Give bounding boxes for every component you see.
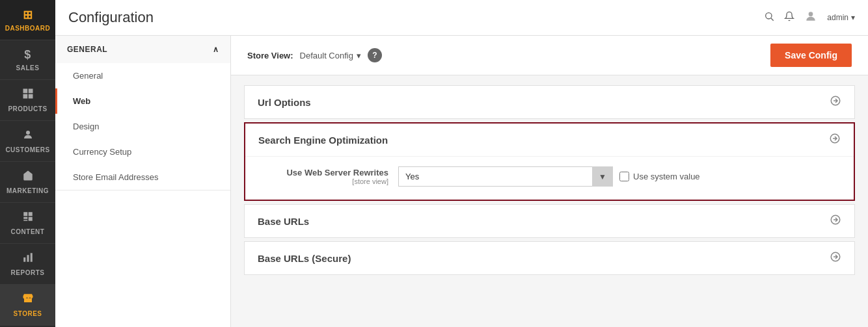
content-icon — [22, 211, 34, 226]
sidebar-item-reports[interactable]: REPORTS — [0, 244, 55, 285]
store-view-label: Store View: — [247, 51, 293, 60]
sidebar-label-products: PRODUCTS — [8, 105, 47, 112]
sidebar-label-dashboard: DASHBOARD — [5, 25, 51, 32]
seo-content: Use Web Server Rewrites [store view] Yes… — [245, 156, 854, 200]
svg-line-15 — [771, 18, 774, 21]
page-header: Configuration admin ▾ — [55, 0, 868, 36]
sidebar-item-marketing[interactable]: MARKETING — [0, 162, 55, 203]
notification-bell-icon[interactable] — [784, 11, 794, 24]
sidebar-item-content[interactable]: CONTENT — [0, 203, 55, 244]
secondary-sidebar: GENERAL ∧ General Web Design Currency Se… — [55, 36, 231, 327]
reports-icon — [22, 252, 34, 267]
save-config-button[interactable]: Save Config — [770, 44, 852, 67]
store-view-arrow: ▾ — [357, 51, 361, 60]
base-urls-title: Base URLs — [258, 216, 309, 227]
search-icon[interactable] — [764, 11, 774, 24]
seo-section: Search Engine Optimization Use Web Serve… — [244, 122, 855, 201]
user-dropdown-arrow: ▾ — [851, 13, 855, 22]
main-sidebar: ⊞ DASHBOARD $ SALES PRODUCTS CUSTOMERS M… — [0, 0, 55, 327]
avatar-icon — [804, 10, 817, 25]
base-urls-toggle-icon — [830, 214, 841, 228]
sidebar-item-web[interactable]: Web — [55, 88, 230, 114]
sidebar-item-currency-setup[interactable]: Currency Setup — [55, 139, 230, 164]
store-view-bar: Store View: Default Config ▾ ? Save Conf… — [231, 36, 868, 75]
svg-rect-10 — [23, 257, 25, 262]
svg-rect-13 — [26, 300, 29, 303]
web-server-rewrites-select[interactable]: Yes No — [398, 166, 613, 187]
base-urls-secure-title: Base URLs (Secure) — [258, 253, 351, 264]
sidebar-item-products[interactable]: PRODUCTS — [0, 80, 55, 121]
help-icon[interactable]: ? — [368, 48, 382, 62]
sidebar-item-store-email[interactable]: Store Email Addresses — [55, 164, 230, 190]
svg-point-16 — [809, 12, 813, 16]
svg-rect-1 — [28, 89, 33, 94]
svg-point-4 — [26, 131, 30, 135]
content-area: GENERAL ∧ General Web Design Currency Se… — [55, 36, 868, 327]
products-icon — [22, 88, 34, 103]
base-urls-secure-section: Base URLs (Secure) — [244, 241, 855, 275]
store-view-select[interactable]: Default Config ▾ — [300, 51, 361, 60]
config-sections: Url Options Search Engine Optimization — [231, 75, 868, 288]
svg-rect-2 — [23, 94, 27, 99]
sales-icon: $ — [24, 48, 31, 62]
page-content: Store View: Default Config ▾ ? Save Conf… — [231, 36, 868, 327]
sidebar-label-reports: REPORTS — [11, 269, 45, 276]
sidebar-item-stores[interactable]: STORES — [0, 285, 55, 326]
base-urls-secure-toggle-icon — [830, 251, 841, 265]
sidebar-group-general: GENERAL ∧ General Web Design Currency Se… — [55, 36, 230, 190]
svg-point-14 — [766, 13, 772, 19]
sidebar-label-customers: CUSTOMERS — [5, 146, 49, 153]
svg-rect-7 — [23, 217, 27, 219]
svg-rect-0 — [23, 89, 27, 94]
use-system-value-label: Use system value — [619, 172, 700, 181]
svg-rect-6 — [28, 212, 32, 216]
marketing-icon — [22, 170, 34, 185]
svg-rect-12 — [30, 253, 32, 262]
sidebar-label-stores: STORES — [14, 310, 42, 317]
page-title: Configuration — [68, 9, 154, 26]
use-system-value-checkbox[interactable] — [619, 172, 629, 181]
sidebar-group-general-header[interactable]: GENERAL ∧ — [55, 36, 230, 63]
field-control: Yes No ▼ Use system value — [398, 166, 700, 187]
url-options-title: Url Options — [258, 97, 311, 108]
stores-icon — [22, 293, 34, 307]
sidebar-label-marketing: MARKETING — [7, 187, 49, 194]
store-view-left: Store View: Default Config ▾ ? — [247, 48, 382, 62]
sidebar-label-sales: SALES — [16, 64, 40, 72]
sidebar-group-general-label: GENERAL — [67, 45, 107, 54]
url-options-section: Url Options — [244, 85, 855, 119]
sidebar-item-customers[interactable]: CUSTOMERS — [0, 121, 55, 162]
sidebar-item-design[interactable]: Design — [55, 114, 230, 139]
user-label: admin — [827, 13, 848, 22]
web-server-rewrites-sublabel: [store view] — [258, 177, 388, 185]
base-urls-secure-header[interactable]: Base URLs (Secure) — [245, 242, 854, 274]
seo-section-header[interactable]: Search Engine Optimization — [245, 124, 854, 156]
sidebar-label-content: CONTENT — [11, 228, 45, 235]
web-server-rewrites-row: Use Web Server Rewrites [store view] Yes… — [258, 166, 841, 187]
svg-rect-5 — [23, 212, 27, 216]
base-urls-header[interactable]: Base URLs — [245, 205, 854, 237]
main-content: Configuration admin ▾ GENERAL ∧ — [55, 0, 868, 327]
use-system-value-text: Use system value — [633, 172, 700, 181]
svg-rect-11 — [27, 255, 29, 262]
sidebar-item-dashboard[interactable]: ⊞ DASHBOARD — [0, 0, 55, 40]
url-options-toggle-icon — [830, 95, 841, 109]
web-server-rewrites-select-wrapper: Yes No ▼ — [398, 166, 613, 187]
sidebar-item-general[interactable]: General — [55, 63, 230, 88]
store-view-selected: Default Config — [300, 51, 353, 60]
dashboard-icon: ⊞ — [23, 8, 33, 22]
chevron-up-icon: ∧ — [213, 45, 219, 54]
sidebar-item-sales[interactable]: $ SALES — [0, 40, 55, 80]
url-options-header[interactable]: Url Options — [245, 86, 854, 118]
field-label-group: Use Web Server Rewrites [store view] — [258, 168, 388, 185]
svg-rect-8 — [23, 220, 27, 221]
header-actions: admin ▾ — [764, 10, 855, 25]
customers-icon — [22, 129, 34, 144]
user-menu[interactable]: admin ▾ — [827, 13, 855, 22]
seo-toggle-icon — [829, 133, 841, 147]
seo-section-title: Search Engine Optimization — [258, 135, 388, 146]
base-urls-section: Base URLs — [244, 204, 855, 238]
svg-rect-3 — [28, 94, 33, 99]
svg-rect-9 — [28, 217, 32, 221]
web-server-rewrites-label: Use Web Server Rewrites — [258, 168, 388, 177]
